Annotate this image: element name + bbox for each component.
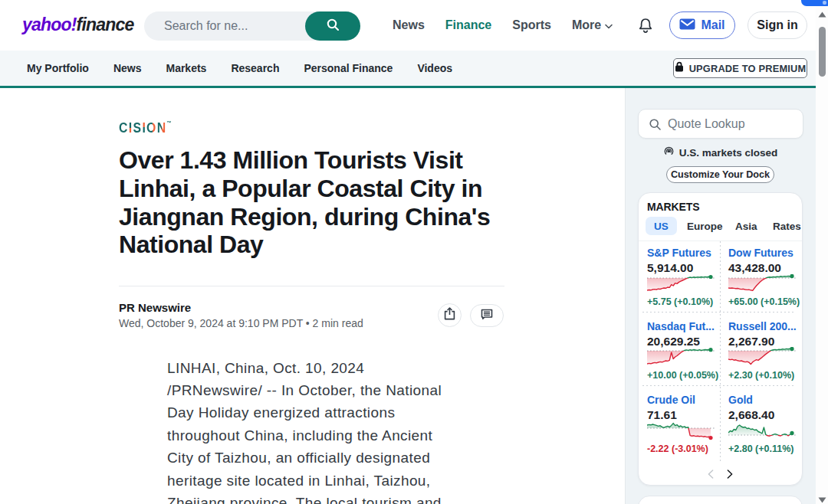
customize-dock-label: Customize Your Dock: [671, 169, 770, 180]
logo-yahoo: yahoo!: [22, 15, 77, 34]
quote-change: +65.00 (+0.15%): [728, 296, 800, 307]
subnav-research[interactable]: Research: [231, 62, 279, 74]
cision-letter: O: [146, 120, 157, 136]
topnav-finance[interactable]: Finance: [445, 18, 491, 32]
quote-price: 43,428.00: [728, 261, 781, 275]
tiles-column-divider: [720, 241, 721, 461]
sparkline-chart: [728, 421, 796, 440]
sparkline-chart: [728, 274, 796, 294]
cision-logo: CISION™: [119, 120, 172, 136]
share-button[interactable]: [438, 303, 462, 327]
sparkline-chart: [647, 421, 715, 440]
sign-in-button[interactable]: Sign in: [748, 11, 807, 39]
tab-europe[interactable]: Europe: [687, 217, 723, 235]
quote-link[interactable]: Gold: [728, 394, 753, 406]
tab-rates[interactable]: Rates: [773, 217, 801, 235]
browser-notification-icon: [823, 1, 826, 5]
subnav-markets[interactable]: Markets: [166, 62, 206, 74]
comment-icon: [481, 309, 493, 323]
sign-in-label: Sign in: [757, 18, 797, 32]
quote-search-icon: [649, 118, 662, 134]
next-page-button[interactable]: [721, 466, 738, 483]
lock-icon: [675, 61, 684, 75]
search-icon: [326, 18, 340, 35]
quote-change: +10.00 (+0.05%): [647, 370, 718, 381]
top-header: yahoo!finance News Finance Sports More: [0, 0, 816, 51]
market-status-label: U.S. markets closed: [679, 147, 777, 159]
cision-letter: C: [119, 120, 129, 136]
next-sidebar-card: [638, 496, 803, 504]
topnav-more[interactable]: More: [572, 18, 613, 32]
scroll-up-arrow-icon[interactable]: [818, 7, 826, 21]
premium-label: UPGRADE TO PREMIUM: [689, 63, 807, 74]
prev-page-button[interactable]: [702, 466, 719, 483]
scrollbar-thumb[interactable]: [819, 27, 826, 77]
sparkline-chart: [728, 347, 796, 367]
quote-change: +2.30 (+0.10%): [728, 370, 794, 381]
sparkline-chart: [647, 347, 715, 367]
quote-link[interactable]: S&P Futures: [647, 247, 711, 259]
quote-link[interactable]: Crude Oil: [647, 394, 695, 406]
quote-lookup-box[interactable]: [638, 109, 803, 139]
cision-letter: S: [133, 120, 142, 136]
top-navigation: News Finance Sports More: [393, 0, 613, 51]
comments-button[interactable]: [470, 304, 504, 327]
subnav-my-portfolio[interactable]: My Portfolio: [27, 62, 89, 74]
quote-link[interactable]: Russell 200...: [728, 320, 797, 332]
customize-dock-button[interactable]: Customize Your Dock: [666, 166, 774, 183]
quote-price: 5,914.00: [647, 261, 693, 275]
upgrade-to-premium-button[interactable]: UPGRADE TO PREMIUM: [673, 58, 807, 78]
scroll-down-arrow-icon[interactable]: [818, 493, 826, 504]
byline-divider: [119, 286, 504, 286]
quote-change: +2.80 (+0.11%): [728, 443, 794, 454]
subnav-personal-finance[interactable]: Personal Finance: [304, 62, 393, 74]
chevron-down-icon: [605, 18, 613, 32]
article-title: Over 1.43 Million Tourists Visit Linhai,…: [119, 146, 533, 259]
search-button[interactable]: [305, 11, 360, 41]
cision-letter: N: [157, 120, 167, 136]
topnav-more-label: More: [572, 18, 601, 32]
tab-asia[interactable]: Asia: [735, 217, 757, 235]
chevron-right-icon: [727, 468, 733, 482]
sparkline-chart: [647, 274, 715, 294]
quote-lookup-input[interactable]: [668, 110, 797, 138]
quote-change: -2.22 (-3.01%): [647, 443, 708, 454]
share-icon: [444, 307, 455, 323]
quote-change: +5.75 (+0.10%): [647, 296, 713, 307]
tiles-row-divider: [642, 385, 796, 386]
logo-finance: finance: [77, 15, 134, 34]
yahoo-finance-logo[interactable]: yahoo!finance: [22, 15, 134, 35]
subnav-news[interactable]: News: [113, 62, 142, 74]
quote-link[interactable]: Dow Futures: [728, 247, 794, 259]
quote-link[interactable]: Nasdaq Fut...: [647, 320, 715, 332]
cision-trademark: ™: [167, 120, 172, 126]
bell-icon: [637, 25, 654, 38]
topnav-news[interactable]: News: [393, 18, 425, 32]
mail-label: Mail: [701, 18, 724, 32]
subnav-videos[interactable]: Videos: [417, 62, 452, 74]
notifications-button[interactable]: [637, 17, 654, 35]
search-input[interactable]: [164, 11, 294, 41]
market-status: U.S. markets closed: [625, 146, 816, 160]
mail-icon: [679, 18, 695, 33]
tiles-row-divider: [642, 312, 796, 313]
article-source[interactable]: PR Newswire: [119, 301, 191, 314]
yahoo-finance-page: yahoo!finance News Finance Sports More: [0, 0, 828, 504]
topnav-sports[interactable]: Sports: [512, 18, 551, 32]
market-status-icon: [663, 146, 675, 160]
tab-us[interactable]: US: [646, 217, 677, 235]
article-body: LINHAI, China, Oct. 10, 2024 /PRNewswire…: [167, 357, 497, 504]
chevron-left-icon: [708, 468, 714, 482]
article-meta: Wed, October 9, 2024 at 9:10 PM PDT • 2 …: [119, 317, 363, 329]
mail-button[interactable]: Mail: [669, 11, 735, 39]
markets-title: MARKETS: [647, 201, 700, 213]
